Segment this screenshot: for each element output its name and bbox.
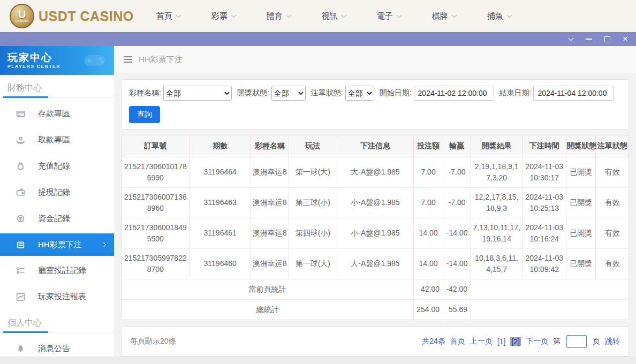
sidebar: 玩家中心 PLAYERS CENTER 財務中心 存款專區 bbox=[0, 46, 114, 357]
sidebar-item-profile[interactable]: 個人資料 bbox=[0, 362, 114, 364]
sidebar-item-recharge-record[interactable]: 充值記錄 bbox=[0, 153, 114, 179]
col-period: 期數 bbox=[190, 135, 251, 157]
table-row: 2152173059978228700 31196460 澳洲幸运8 第一球(大… bbox=[122, 248, 629, 279]
chevron-down-icon bbox=[176, 12, 181, 18]
menu-toggle-icon[interactable] bbox=[124, 56, 132, 63]
nav-label: 體育 bbox=[267, 11, 283, 21]
cell-bet-time: 2024-11-03 10:30:17 bbox=[523, 157, 566, 187]
next-page-link[interactable]: 下一页 bbox=[526, 337, 548, 346]
hand-money-icon bbox=[16, 135, 25, 145]
nav-item-fishing[interactable]: 捕魚 bbox=[487, 11, 511, 21]
bell-icon bbox=[16, 344, 25, 353]
sidebar-item-withdraw-record[interactable]: 提現記錄 bbox=[0, 179, 114, 206]
page-total-bet: 42.00 bbox=[414, 279, 443, 299]
sidebar-item-label: HH彩票下注 bbox=[38, 240, 82, 250]
main-nav: 首頁 彩票 體育 視訊 電子 棋牌 捕魚 bbox=[156, 11, 511, 21]
nav-label: 棋牌 bbox=[432, 11, 448, 21]
section-personal-title: 個人中心 bbox=[0, 310, 114, 332]
cell-win-loss: -7.00 bbox=[443, 157, 471, 187]
nav-item-lottery[interactable]: 彩票 bbox=[211, 11, 236, 21]
coin-record-icon bbox=[16, 214, 25, 223]
sidebar-item-label: 取款專區 bbox=[38, 135, 70, 145]
page-total-label: 當前頁統計 bbox=[122, 279, 414, 299]
sidebar-item-label: 提現記錄 bbox=[38, 187, 70, 198]
first-page-link[interactable]: 首页 bbox=[450, 337, 465, 346]
page-1-link[interactable]: [1] bbox=[497, 337, 506, 346]
cell-lottery: 澳洲幸运8 bbox=[251, 187, 289, 218]
grand-total-bet: 254.00 bbox=[414, 299, 443, 320]
window-titlebar: × bbox=[0, 32, 636, 46]
pagination-bar: 每頁顯示20條 共24条 首页 上一页 [1] [2] 下一页 第 页 跳转 bbox=[121, 327, 629, 357]
sidebar-item-withdraw-area[interactable]: 取款專區 bbox=[0, 127, 114, 153]
report-chart-icon bbox=[16, 292, 25, 301]
sidebar-item-label: 廳室投註記錄 bbox=[38, 266, 86, 276]
col-lottery: 彩種名稱 bbox=[251, 135, 289, 157]
grand-total-row: 總統計 254.00 55.69 bbox=[122, 299, 629, 320]
page-total-row: 當前頁統計 42.00 -42.00 bbox=[122, 279, 629, 299]
search-button[interactable]: 查詢 bbox=[129, 106, 160, 123]
grand-total-win: 55.69 bbox=[443, 299, 471, 320]
nav-item-slots[interactable]: 電子 bbox=[377, 11, 401, 21]
cell-order-status: 有效 bbox=[596, 218, 629, 248]
window-minimize-icon[interactable] bbox=[584, 34, 594, 44]
col-play: 玩法 bbox=[289, 135, 337, 157]
start-date-label: 開始日期: bbox=[380, 88, 412, 98]
grand-total-empty bbox=[471, 299, 629, 320]
list-record-icon bbox=[16, 266, 25, 275]
page-title: HH彩票下注 bbox=[139, 55, 183, 65]
cell-play: 第一球(大) bbox=[289, 157, 337, 187]
table-row: 2152173060101786990 31196464 澳洲幸运8 第一球(大… bbox=[122, 157, 629, 187]
sidebar-item-player-bet-report[interactable]: 玩家投注報表 bbox=[0, 284, 114, 310]
sidebar-item-messages[interactable]: 消息公告 bbox=[0, 336, 114, 362]
chevron-down-icon bbox=[396, 12, 402, 18]
nav-item-sports[interactable]: 體育 bbox=[267, 11, 291, 21]
page-number-input[interactable] bbox=[566, 335, 587, 348]
brand: U CASINO USDT CASINO bbox=[10, 4, 134, 28]
sidebar-item-label: 存款專區 bbox=[38, 109, 70, 119]
chevron-down-icon bbox=[341, 12, 346, 18]
start-date-input[interactable] bbox=[414, 86, 494, 101]
window-close-icon[interactable]: × bbox=[620, 34, 631, 44]
draw-status-select[interactable]: 全部 bbox=[271, 86, 306, 101]
lottery-select[interactable]: 全部 bbox=[163, 86, 232, 101]
sidebar-item-label: 玩家投注報表 bbox=[38, 292, 86, 302]
cell-order-id: 2152173060018495500 bbox=[122, 218, 190, 248]
col-order-id: 訂單號 bbox=[122, 135, 190, 157]
end-date-input[interactable] bbox=[533, 86, 614, 101]
cell-draw-result: 7,13,10,11,17,19,16,14 bbox=[471, 218, 523, 248]
jump-suffix-label: 页 bbox=[593, 337, 600, 346]
sidebar-item-room-bet-record[interactable]: 廳室投註記錄 bbox=[0, 257, 114, 284]
cell-draw-status: 已開獎 bbox=[566, 187, 596, 218]
nav-item-home[interactable]: 首頁 bbox=[156, 11, 180, 21]
cell-bet-info: 大-A盤@1.985 bbox=[337, 157, 413, 187]
nav-label: 視訊 bbox=[322, 11, 338, 21]
cell-bet-time: 2024-11-03 10:16:24 bbox=[523, 218, 566, 248]
cell-bet-time: 2024-11-03 10:25:13 bbox=[523, 187, 566, 218]
chevron-down-icon bbox=[231, 12, 236, 18]
chevron-down-icon bbox=[286, 12, 291, 18]
prev-page-link[interactable]: 上一页 bbox=[470, 337, 493, 346]
players-center-subtitle: PLAYERS CENTER bbox=[7, 64, 60, 69]
jump-link[interactable]: 跳转 bbox=[605, 337, 620, 346]
col-bet-time: 下注時間 bbox=[523, 135, 566, 157]
cell-lottery: 澳洲幸运8 bbox=[251, 218, 289, 248]
window-collapse-icon[interactable] bbox=[565, 34, 576, 44]
page-size-label: 每頁顯示20條 bbox=[130, 337, 176, 346]
nav-item-cards[interactable]: 棋牌 bbox=[432, 11, 456, 21]
cell-bet-time: 2024-11-03 10:09:42 bbox=[523, 248, 566, 279]
cell-bet-info: 大-A盤@1.985 bbox=[337, 248, 413, 279]
sidebar-item-hh-lottery-bet[interactable]: HH彩票下注 bbox=[0, 233, 114, 256]
main-content: HH彩票下注 彩種名稱: 全部 開獎狀態: 全部 注單狀態: 全部 開始日期: … bbox=[114, 46, 636, 357]
nav-label: 捕魚 bbox=[487, 11, 503, 21]
nav-item-video[interactable]: 視訊 bbox=[322, 11, 346, 21]
cell-bet-amount: 14.00 bbox=[414, 248, 443, 279]
sidebar-item-deposit-area[interactable]: 存款專區 bbox=[0, 101, 114, 127]
screen: U CASINO USDT CASINO 首頁 彩票 體育 視訊 電子 棋牌 捕… bbox=[0, 0, 636, 364]
brand-name: USDT CASINO bbox=[39, 9, 134, 24]
cell-play: 第三球(小) bbox=[289, 187, 337, 218]
page-2-link-current[interactable]: [2] bbox=[510, 337, 521, 346]
window-maximize-icon[interactable] bbox=[602, 34, 612, 44]
sidebar-item-funds-record[interactable]: 資金記錄 bbox=[0, 206, 114, 232]
cell-order-status: 有效 bbox=[596, 248, 629, 279]
order-status-select[interactable]: 全部 bbox=[345, 86, 374, 101]
